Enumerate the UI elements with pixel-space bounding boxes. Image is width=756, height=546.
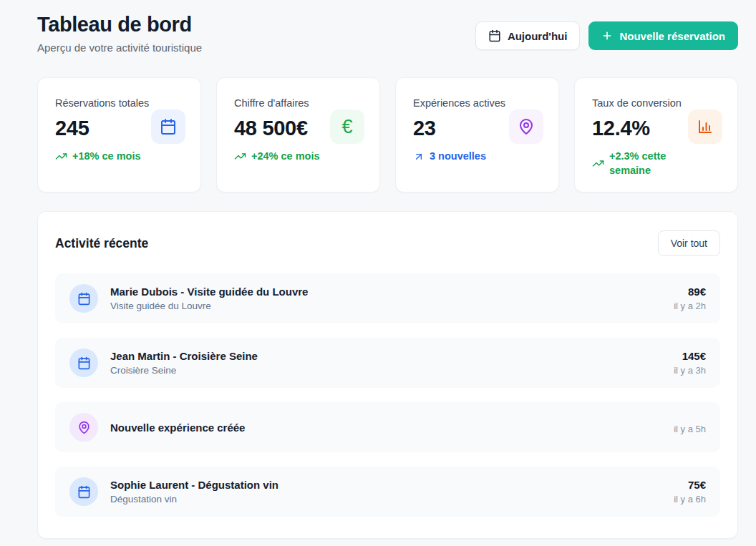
activity-row-main: Nouvelle expérience créée (110, 421, 662, 434)
calendar-icon (69, 348, 98, 377)
activity-row-main: Sophie Laurent - Dégustation vin Dégusta… (110, 479, 662, 504)
new-reservation-button[interactable]: Nouvelle réservation (588, 21, 738, 50)
calendar-icon (488, 29, 501, 42)
stat-icon-box (688, 109, 722, 144)
stat-icon-box (151, 109, 185, 144)
activity-time: il y a 6h (674, 494, 706, 504)
activity-title: Jean Martin - Croisière Seine (110, 350, 662, 362)
stat-trend: +18% ce mois (55, 150, 183, 164)
stat-card-revenue: Chiffre d'affaires 48 500€ +24% ce mois … (216, 77, 380, 192)
euro-icon: € (341, 117, 352, 137)
page-heading-group: Tableau de bord Aperçu de votre activité… (37, 13, 202, 54)
stat-trend: +2.3% cette semaine (592, 150, 720, 177)
stat-trend-label: +2.3% cette semaine (609, 150, 701, 177)
activity-row-meta: 89€ il y a 2h (674, 286, 706, 311)
calendar-icon (69, 477, 98, 506)
today-button[interactable]: Aujourd'hui (475, 21, 581, 50)
stat-label: Taux de conversion (592, 97, 720, 109)
activity-time: il y a 3h (674, 365, 706, 376)
activity-title: Marie Dubois - Visite guidée du Louvre (110, 286, 662, 298)
calendar-icon (160, 118, 177, 135)
activity-title: Nouvelle expérience créée (110, 421, 662, 434)
activity-row-meta: il y a 5h (674, 421, 706, 434)
activity-row[interactable]: Nouvelle expérience créée il y a 5h (55, 402, 720, 452)
activity-amount: 89€ (674, 286, 706, 298)
activity-row[interactable]: Marie Dubois - Visite guidée du Louvre V… (55, 273, 720, 323)
stat-icon-box (509, 109, 543, 144)
activity-subtitle: Croisière Seine (110, 365, 662, 376)
stat-card-reservations: Réservations totales 245 +18% ce mois (37, 77, 201, 192)
activity-subtitle: Dégustation vin (110, 494, 662, 504)
stats-row: Réservations totales 245 +18% ce mois Ch… (37, 77, 738, 192)
calendar-icon (69, 284, 98, 313)
new-reservation-button-label: Nouvelle réservation (619, 30, 725, 42)
activity-row[interactable]: Jean Martin - Croisière Seine Croisière … (55, 338, 720, 388)
activity-time: il y a 5h (674, 424, 706, 434)
trending-up-icon (55, 150, 67, 162)
stat-trend-label: 3 nouvelles (430, 150, 486, 164)
map-pin-icon (518, 118, 535, 135)
trending-up-icon (234, 150, 246, 162)
activity-row-meta: 145€ il y a 3h (674, 350, 706, 376)
stat-card-conversion: Taux de conversion 12.4% +2.3% cette sem… (574, 77, 738, 192)
activity-time: il y a 2h (674, 301, 706, 311)
activity-title: Sophie Laurent - Dégustation vin (110, 479, 662, 491)
activity-amount: 145€ (674, 350, 706, 362)
activity-row-main: Marie Dubois - Visite guidée du Louvre V… (110, 286, 662, 311)
today-button-label: Aujourd'hui (508, 30, 568, 42)
stat-label: Chiffre d'affaires (234, 97, 362, 109)
page-title: Tableau de bord (37, 13, 202, 36)
page-subtitle: Aperçu de votre activité touristique (37, 42, 202, 54)
plus-icon (601, 30, 613, 42)
stat-card-experiences: Expériences actives 23 3 nouvelles (395, 77, 559, 192)
activity-amount: 75€ (674, 479, 706, 491)
stat-icon-box: € (330, 109, 364, 144)
stat-trend: 3 nouvelles (413, 150, 541, 164)
stat-trend-label: +24% ce mois (251, 150, 320, 164)
recent-activity-title: Activité récente (55, 236, 148, 251)
arrow-up-right-icon (413, 151, 425, 162)
bar-chart-icon (697, 118, 714, 135)
stat-trend: +24% ce mois (234, 150, 362, 164)
recent-activity-panel: Activité récente Voir tout Marie Dubois … (37, 211, 738, 539)
stat-label: Expériences actives (413, 97, 541, 109)
stat-label: Réservations totales (55, 97, 183, 109)
activity-subtitle: Visite guidée du Louvre (110, 301, 662, 311)
map-pin-icon (69, 413, 98, 442)
activity-row[interactable]: Sophie Laurent - Dégustation vin Dégusta… (55, 467, 720, 517)
header-actions: Aujourd'hui Nouvelle réservation (475, 21, 738, 50)
dashboard-page: Tableau de bord Aperçu de votre activité… (37, 0, 738, 539)
view-all-button[interactable]: Voir tout (658, 230, 720, 256)
page-header: Tableau de bord Aperçu de votre activité… (37, 13, 738, 54)
activity-row-meta: 75€ il y a 6h (674, 479, 706, 504)
trending-up-icon (592, 157, 604, 170)
activity-row-main: Jean Martin - Croisière Seine Croisière … (110, 350, 662, 376)
stat-trend-label: +18% ce mois (72, 150, 141, 164)
recent-activity-header: Activité récente Voir tout (55, 230, 720, 256)
